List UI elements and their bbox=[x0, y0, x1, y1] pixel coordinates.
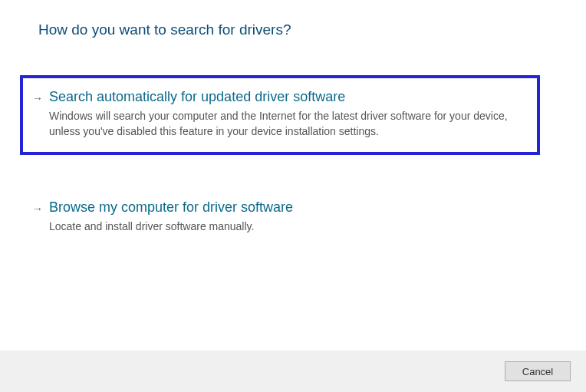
option-title: Browse my computer for driver software bbox=[49, 199, 525, 216]
option-description: Locate and install driver software manua… bbox=[49, 219, 525, 234]
dialog-heading: How do you want to search for drivers? bbox=[38, 21, 555, 38]
option-description: Windows will search your computer and th… bbox=[49, 108, 525, 140]
option-body: Search automatically for updated driver … bbox=[46, 89, 525, 140]
cancel-button[interactable]: Cancel bbox=[505, 361, 571, 381]
option-body: Browse my computer for driver software L… bbox=[46, 199, 525, 234]
dialog-footer: Cancel bbox=[0, 351, 586, 392]
option-title: Search automatically for updated driver … bbox=[49, 89, 525, 105]
dialog-content: How do you want to search for drivers? →… bbox=[0, 0, 586, 249]
option-search-automatically[interactable]: → Search automatically for updated drive… bbox=[20, 75, 540, 155]
arrow-right-icon: → bbox=[29, 203, 46, 215]
arrow-right-icon: → bbox=[29, 92, 46, 104]
option-browse-computer[interactable]: → Browse my computer for driver software… bbox=[20, 186, 540, 249]
